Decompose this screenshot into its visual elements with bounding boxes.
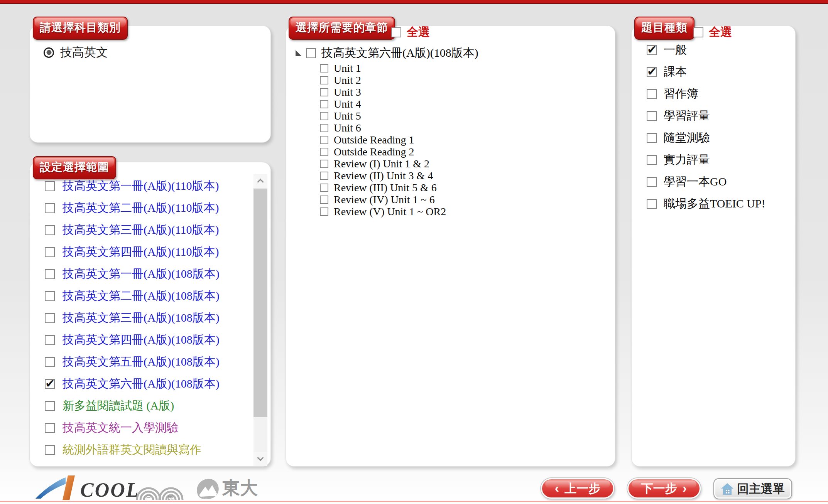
chapter-item-label[interactable]: Review (II) Unit 3 & 4: [334, 170, 433, 182]
chapter-item-checkbox[interactable]: [320, 160, 328, 168]
chapter-item-label[interactable]: Unit 4: [334, 98, 361, 110]
chapter-select-all[interactable]: 全選: [391, 24, 430, 40]
type-select-all[interactable]: 全選: [693, 24, 732, 40]
chapter-item-checkbox[interactable]: [320, 172, 328, 180]
range-item-label[interactable]: 技高英文第一冊(A版)(110版本): [63, 178, 219, 194]
range-item-label[interactable]: 統測外語群英文閱讀與寫作: [63, 442, 201, 458]
chapter-tree-root[interactable]: 技高英文第六冊(A版)(108版本): [296, 45, 478, 61]
range-item-label[interactable]: 技高英文第三冊(A版)(108版本): [63, 310, 220, 326]
type-list-item[interactable]: 實力評量: [647, 149, 765, 171]
chapter-item-label[interactable]: Review (IV) Unit 1 ~ 6: [334, 194, 435, 206]
chapter-root-checkbox[interactable]: [306, 48, 316, 58]
type-select-all-checkbox[interactable]: [693, 27, 703, 37]
chapter-item-label[interactable]: Unit 1: [334, 62, 361, 74]
range-scrollbar[interactable]: [253, 174, 267, 466]
chapter-tree-item[interactable]: Review (II) Unit 3 & 4: [320, 170, 478, 182]
range-item-label[interactable]: 技高英文第四冊(A版)(110版本): [63, 244, 219, 260]
type-list-item[interactable]: 職場多益TOEIC UP!: [647, 193, 765, 215]
chapter-item-checkbox[interactable]: [320, 124, 328, 132]
tree-expander-icon[interactable]: [296, 50, 301, 56]
type-list-item[interactable]: 習作簿: [647, 83, 765, 105]
chapter-item-checkbox[interactable]: [320, 184, 328, 192]
chapter-select-all-checkbox[interactable]: [391, 27, 401, 37]
type-item-checkbox[interactable]: [647, 111, 657, 121]
range-item-checkbox[interactable]: [45, 379, 55, 389]
type-item-checkbox[interactable]: [647, 177, 657, 187]
range-item-checkbox[interactable]: [45, 181, 55, 191]
chapter-item-label[interactable]: Review (V) Unit 1 ~ OR2: [334, 206, 446, 218]
chapter-tree-item[interactable]: Unit 2: [320, 74, 478, 86]
chapter-item-checkbox[interactable]: [320, 112, 328, 120]
range-item-label[interactable]: 技高英文統一入學測驗: [63, 420, 178, 436]
range-item-checkbox[interactable]: [45, 401, 55, 411]
type-item-label[interactable]: 隨堂測驗: [664, 130, 710, 146]
range-list-item[interactable]: 技高英文第二冊(A版)(108版本): [45, 285, 238, 307]
chapter-item-checkbox[interactable]: [320, 64, 328, 72]
type-item-checkbox[interactable]: [647, 133, 657, 143]
home-menu-button[interactable]: 回主選單: [713, 478, 792, 499]
type-list-item[interactable]: 課本: [647, 61, 765, 83]
chapter-select-all-label[interactable]: 全選: [407, 24, 430, 40]
chapter-item-label[interactable]: Review (III) Unit 5 & 6: [334, 182, 437, 194]
chapter-tree-item[interactable]: Review (V) Unit 1 ~ OR2: [320, 206, 478, 217]
range-list-item[interactable]: 技高英文第一冊(A版)(108版本): [45, 263, 238, 285]
chapter-item-checkbox[interactable]: [320, 196, 328, 204]
chapter-item-label[interactable]: Unit 2: [334, 74, 361, 86]
chapter-item-label[interactable]: Unit 5: [334, 110, 361, 122]
range-item-label[interactable]: 技高英文第二冊(A版)(108版本): [63, 288, 220, 304]
type-item-checkbox[interactable]: [647, 45, 657, 55]
range-list-item[interactable]: 技高英文第四冊(A版)(108版本): [45, 329, 238, 351]
chapter-item-label[interactable]: Outside Reading 1: [334, 134, 414, 146]
range-item-checkbox[interactable]: [45, 291, 55, 301]
prev-step-button[interactable]: ‹ 上一步: [541, 478, 614, 499]
subject-radio-label[interactable]: 技高英文: [60, 44, 108, 61]
type-list-item[interactable]: 學習一本GO: [647, 171, 765, 193]
type-list-item[interactable]: 一般: [647, 39, 765, 61]
range-list-item[interactable]: 技高英文第五冊(A版)(108版本): [45, 351, 238, 373]
range-item-checkbox[interactable]: [45, 225, 55, 235]
range-list-item[interactable]: 技高英文統一入學測驗: [45, 417, 238, 439]
range-list-item[interactable]: 技高英文第四冊(A版)(110版本): [45, 241, 238, 263]
subject-radio[interactable]: [44, 47, 54, 58]
scrollbar-thumb[interactable]: [253, 189, 267, 417]
chapter-item-checkbox[interactable]: [320, 76, 328, 84]
type-item-label[interactable]: 實力評量: [664, 152, 710, 168]
range-item-checkbox[interactable]: [45, 445, 55, 455]
range-item-label[interactable]: 技高英文第一冊(A版)(108版本): [63, 266, 220, 282]
chapter-tree-item[interactable]: Unit 6: [320, 122, 478, 134]
chapter-tree-item[interactable]: Outside Reading 1: [320, 134, 478, 146]
range-item-checkbox[interactable]: [45, 203, 55, 213]
chapter-tree-item[interactable]: Unit 1: [320, 62, 478, 74]
range-item-label[interactable]: 新多益閱讀試題 (A版): [63, 398, 174, 414]
chapter-tree-item[interactable]: Unit 3: [320, 86, 478, 98]
chapter-tree-item[interactable]: Unit 4: [320, 98, 478, 110]
chapter-item-label[interactable]: Review (I) Unit 1 & 2: [334, 158, 429, 170]
range-item-label[interactable]: 技高英文第五冊(A版)(108版本): [63, 354, 220, 370]
scrollbar-down-button[interactable]: [253, 452, 267, 466]
type-item-label[interactable]: 習作簿: [664, 86, 698, 102]
type-item-label[interactable]: 職場多益TOEIC UP!: [664, 196, 765, 212]
type-item-label[interactable]: 一般: [664, 42, 687, 58]
next-step-button[interactable]: 下一步 ›: [627, 478, 701, 499]
chapter-item-label[interactable]: Outside Reading 2: [334, 146, 414, 158]
chapter-tree-item[interactable]: Review (III) Unit 5 & 6: [320, 182, 478, 194]
chapter-item-label[interactable]: Unit 6: [334, 122, 361, 134]
range-list-item[interactable]: 技高英文第三冊(A版)(110版本): [45, 219, 238, 241]
type-item-label[interactable]: 學習一本GO: [664, 174, 727, 190]
range-item-label[interactable]: 技高英文第三冊(A版)(110版本): [63, 222, 219, 238]
chapter-item-checkbox[interactable]: [320, 88, 328, 96]
range-item-checkbox[interactable]: [45, 423, 55, 433]
range-item-label[interactable]: 技高英文第二冊(A版)(110版本): [63, 200, 219, 216]
range-item-checkbox[interactable]: [45, 269, 55, 279]
chapter-item-checkbox[interactable]: [320, 100, 328, 108]
type-item-checkbox[interactable]: [647, 155, 657, 165]
chapter-item-checkbox[interactable]: [320, 148, 328, 156]
scrollbar-up-button[interactable]: [253, 174, 267, 188]
type-item-checkbox[interactable]: [647, 67, 657, 77]
subject-option-row[interactable]: 技高英文: [44, 44, 108, 61]
type-select-all-label[interactable]: 全選: [709, 24, 732, 40]
range-item-checkbox[interactable]: [45, 313, 55, 323]
range-item-checkbox[interactable]: [45, 247, 55, 257]
chapter-tree-item[interactable]: Outside Reading 2: [320, 146, 478, 158]
range-item-label[interactable]: 技高英文第六冊(A版)(108版本): [63, 376, 220, 392]
